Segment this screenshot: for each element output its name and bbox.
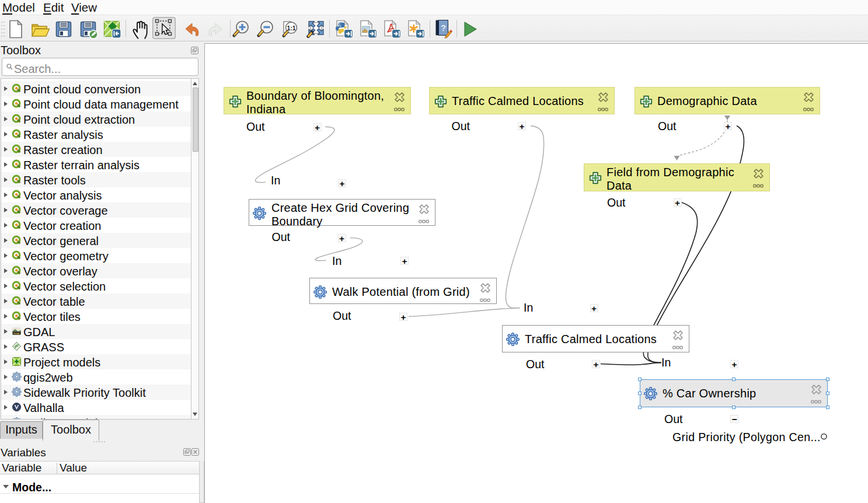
svg-text:?: ?: [440, 23, 445, 33]
svg-text:1:1: 1:1: [287, 25, 295, 32]
svg-text:GDAL: GDAL: [13, 332, 21, 335]
